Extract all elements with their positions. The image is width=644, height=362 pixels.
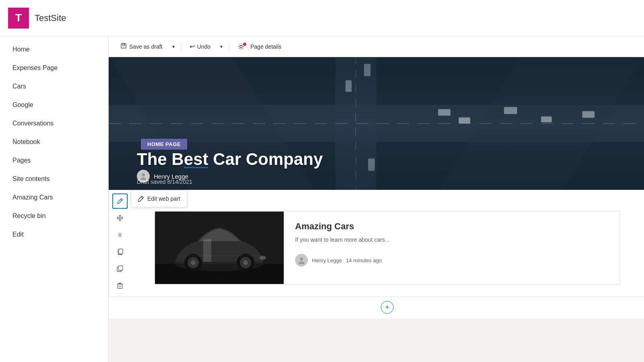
edit-webpart-button[interactable] (112, 193, 128, 209)
card-author-name: Henry Legge (312, 257, 342, 263)
content-area: Edit web part (109, 190, 644, 319)
sidebar-item-site-contents[interactable]: Site contents (0, 170, 108, 188)
svg-point-21 (142, 173, 145, 177)
svg-line-23 (120, 200, 122, 201)
sidebar-item-amazing-cars[interactable]: Amazing Cars (0, 188, 108, 207)
site-title: TestSite (35, 13, 66, 23)
layout: Home Expenses Page Cars Google Conversat… (0, 36, 644, 362)
hero-background (109, 57, 644, 190)
edit-webpart-popup: Edit web part (131, 190, 187, 207)
topbar: T TestSite (0, 0, 644, 36)
gear-icon (237, 43, 248, 50)
hero-section: HOME PAGE The Best Car Company Henry Leg… (109, 57, 644, 190)
page-details-button[interactable]: Page details (232, 40, 287, 53)
delete-webpart-button[interactable] (112, 278, 128, 293)
sidebar-item-google[interactable]: Google (0, 96, 108, 114)
main-content: Save as draft ▾ ↩ Undo ▾ Page details (109, 36, 644, 362)
sidebar-item-edit[interactable]: Edit (0, 225, 108, 244)
edit-webpart-label: Edit web part (147, 195, 180, 202)
sidebar-item-expenses[interactable]: Expenses Page (0, 59, 108, 77)
card-image (155, 212, 284, 284)
add-section: + Add ▾ (130, 190, 644, 211)
card-author-avatar (295, 254, 308, 267)
sidebar-item-recycle-bin[interactable]: Recycle bin (0, 207, 108, 225)
bottom-add-section: + (130, 296, 644, 318)
hero-title: The Best Car Company (137, 150, 323, 169)
svg-line-24 (141, 197, 143, 199)
toolbar: Save as draft ▾ ↩ Undo ▾ Page details (109, 36, 644, 57)
card-author-row: Henry Legge 14 minutes ago (295, 254, 608, 267)
svg-point-26 (120, 233, 121, 234)
sidebar-item-conversations[interactable]: Conversations (0, 114, 108, 133)
svg-point-27 (118, 234, 119, 235)
hero-draft-saved: Draft saved 8/14/2021 (137, 179, 192, 187)
save-icon (120, 43, 127, 51)
svg-rect-1 (122, 43, 125, 45)
svg-rect-34 (118, 266, 123, 270)
svg-rect-2 (122, 46, 126, 48)
sidebar: Home Expenses Page Cars Google Conversat… (0, 36, 109, 362)
duplicate-webpart-button[interactable] (112, 261, 128, 276)
drag-handle-button[interactable] (112, 227, 128, 243)
undo-button[interactable]: ↩ Undo (184, 40, 216, 53)
svg-point-25 (118, 233, 119, 234)
svg-rect-32 (119, 249, 123, 254)
move-webpart-button[interactable] (112, 210, 128, 226)
sidebar-item-home[interactable]: Home (0, 40, 108, 59)
site-icon: T (8, 8, 29, 29)
copy-webpart-button[interactable] (112, 244, 128, 259)
undo-dropdown[interactable]: ▾ (217, 41, 225, 52)
svg-point-30 (120, 236, 121, 237)
svg-point-49 (260, 256, 266, 260)
svg-point-52 (299, 261, 304, 264)
svg-rect-35 (118, 284, 122, 288)
card-description: If you want to learn more about cars... (295, 236, 608, 244)
svg-point-28 (120, 234, 121, 235)
sidebar-item-notebook[interactable]: Notebook (0, 133, 108, 151)
save-draft-button[interactable]: Save as draft (115, 40, 168, 53)
svg-point-51 (300, 257, 303, 261)
svg-point-4 (240, 45, 242, 48)
page-details-label: Page details (250, 43, 281, 50)
undo-icon: ↩ (190, 43, 195, 50)
sidebar-item-pages[interactable]: Pages (0, 151, 108, 170)
card-time-ago: 14 minutes ago (346, 257, 382, 263)
webpart-toolbar: Edit web part (109, 190, 130, 297)
bottom-add-button[interactable]: + (381, 301, 394, 314)
svg-rect-20 (109, 57, 644, 190)
card-title: Amazing Cars (295, 221, 608, 232)
undo-label: Undo (197, 43, 211, 50)
toolbar-separator-2 (229, 42, 229, 51)
news-card[interactable]: Amazing Cars If you want to learn more a… (155, 211, 620, 284)
sidebar-item-cars[interactable]: Cars (0, 77, 108, 96)
save-draft-dropdown[interactable]: ▾ (169, 41, 178, 52)
svg-point-29 (118, 236, 119, 237)
notification-dot (243, 43, 246, 46)
hero-badge: HOME PAGE (141, 139, 187, 150)
card-content: Amazing Cars If you want to learn more a… (284, 212, 619, 284)
save-draft-label: Save as draft (129, 43, 163, 50)
svg-point-45 (191, 260, 196, 265)
toolbar-separator-1 (181, 42, 181, 51)
svg-point-48 (243, 260, 248, 265)
